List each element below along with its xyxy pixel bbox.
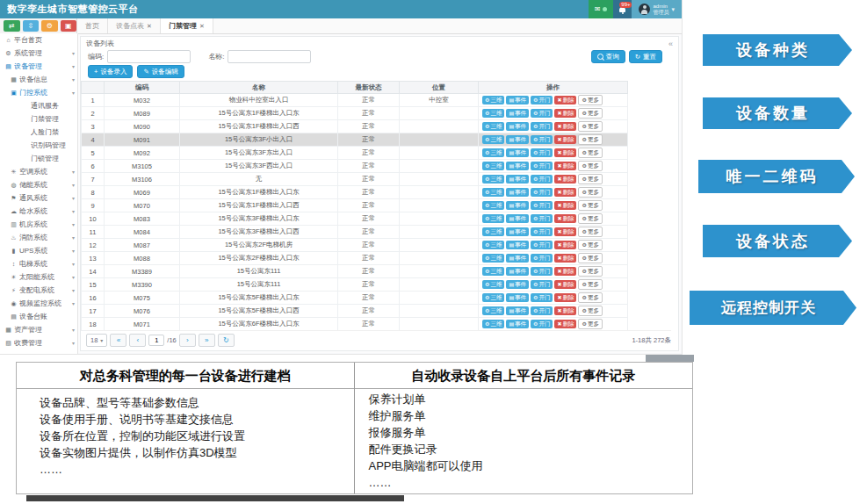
open-door-button[interactable]: ⚙开门 xyxy=(531,306,553,315)
more-button[interactable]: ⚙更多 xyxy=(578,187,602,198)
table-row[interactable]: 2M08915号公寓东1F楼梯出入口东正常⚙三维▤事件⚙开门✖删除⚙更多 xyxy=(82,107,628,120)
3d-view-button[interactable]: ⚙三维 xyxy=(482,188,504,197)
page-size-select[interactable]: 18 ▾ xyxy=(86,334,107,347)
more-button[interactable]: ⚙更多 xyxy=(578,174,602,184)
sidebar-item[interactable]: ☁给水系统▾ xyxy=(0,205,77,218)
table-row[interactable]: 16M07515号公寓东5F楼梯出入口东正常⚙三维▤事件⚙开门✖删除⚙更多 xyxy=(82,292,628,305)
delete-button[interactable]: ✖删除 xyxy=(554,122,576,131)
sidebar-item[interactable]: ▤设备管理▾ xyxy=(0,60,77,73)
sidebar-item[interactable]: 通讯服务 xyxy=(0,99,77,112)
sidebar-item[interactable]: ⌂平台首页 xyxy=(0,33,77,47)
open-door-button[interactable]: ⚙开门 xyxy=(531,162,553,170)
3d-view-button[interactable]: ⚙三维 xyxy=(482,320,504,328)
more-button[interactable]: ⚙更多 xyxy=(578,306,602,316)
table-row[interactable]: 4M09115号公寓东3F小出入口正常⚙三维▤事件⚙开门✖删除⚙更多 xyxy=(82,133,628,147)
event-button[interactable]: ▤事件 xyxy=(506,109,529,118)
tab-门禁管理[interactable]: 门禁管理✕ xyxy=(161,18,213,33)
open-door-button[interactable]: ⚙开门 xyxy=(531,135,553,144)
tab-设备点表[interactable]: 设备点表✕ xyxy=(108,18,161,33)
more-button[interactable]: ⚙更多 xyxy=(578,121,602,132)
sidebar-item[interactable]: ⚙系统管理▾ xyxy=(0,47,77,60)
event-button[interactable]: ▤事件 xyxy=(506,175,529,184)
sidebar-item[interactable]: 识别码管理 xyxy=(0,139,77,152)
horizontal-scrollbar[interactable] xyxy=(26,495,404,501)
3d-view-button[interactable]: ⚙三维 xyxy=(482,148,504,157)
3d-view-button[interactable]: ⚙三维 xyxy=(482,227,504,236)
delete-button[interactable]: ✖删除 xyxy=(554,135,576,144)
3d-view-button[interactable]: ⚙三维 xyxy=(482,214,504,223)
layout-toggle-button[interactable]: ⇄ xyxy=(4,20,20,32)
event-button[interactable]: ▤事件 xyxy=(506,188,529,197)
sidebar-item[interactable]: ▦资产管理▾ xyxy=(0,323,77,336)
sidebar-item[interactable]: ☀太阳能系统▾ xyxy=(0,270,77,284)
table-row[interactable]: 6M310515号公寓东3F西出入口正常⚙三维▤事件⚙开门✖删除⚙更多 xyxy=(82,160,628,173)
event-button[interactable]: ▤事件 xyxy=(506,201,529,210)
notifications-button[interactable]: 99+ xyxy=(613,0,632,18)
first-page-button[interactable]: « xyxy=(110,334,126,347)
delete-button[interactable]: ✖删除 xyxy=(554,306,576,315)
table-row[interactable]: 9M07015号公寓东1F楼梯出入口西正常⚙三维▤事件⚙开门✖删除⚙更多 xyxy=(82,199,628,212)
delete-button[interactable]: ✖删除 xyxy=(554,227,576,236)
sidebar-item[interactable]: ♨消防系统▾ xyxy=(0,231,77,244)
table-row[interactable]: 12M08715号公寓东2F电梯机房正常⚙三维▤事件⚙开门✖删除⚙更多 xyxy=(82,239,628,252)
3d-view-button[interactable]: ⚙三维 xyxy=(482,254,504,263)
more-button[interactable]: ⚙更多 xyxy=(578,240,602,250)
3d-view-button[interactable]: ⚙三维 xyxy=(482,122,504,131)
sidebar-item[interactable]: ⚡变配电系统▾ xyxy=(0,284,77,297)
3d-view-button[interactable]: ⚙三维 xyxy=(482,175,504,184)
event-button[interactable]: ▤事件 xyxy=(506,306,529,315)
edit-device-button[interactable]: ✎ 设备编辑 xyxy=(137,65,184,78)
sidebar-item[interactable]: ▧收费管理▾ xyxy=(0,336,77,349)
3d-view-button[interactable]: ⚙三维 xyxy=(482,109,504,118)
reset-button[interactable]: ↻ 重置 xyxy=(629,50,662,63)
monitor-button[interactable]: ▣ xyxy=(61,20,77,32)
open-door-button[interactable]: ⚙开门 xyxy=(531,320,553,328)
3d-view-button[interactable]: ⚙三维 xyxy=(482,201,504,210)
event-button[interactable]: ▤事件 xyxy=(506,227,529,236)
delete-button[interactable]: ✖删除 xyxy=(554,148,576,157)
more-button[interactable]: ⚙更多 xyxy=(578,292,602,303)
delete-button[interactable]: ✖删除 xyxy=(554,293,576,302)
more-button[interactable]: ⚙更多 xyxy=(578,108,602,119)
open-door-button[interactable]: ⚙开门 xyxy=(531,122,553,131)
delete-button[interactable]: ✖删除 xyxy=(554,175,576,184)
3d-view-button[interactable]: ⚙三维 xyxy=(482,241,504,249)
table-row[interactable]: 14M338915号公寓东111正常⚙三维▤事件⚙开门✖删除⚙更多 xyxy=(82,265,628,278)
3d-view-button[interactable]: ⚙三维 xyxy=(482,280,504,289)
last-page-button[interactable]: » xyxy=(199,334,215,347)
table-row[interactable]: 10M08315号公寓东3F楼梯出入口东正常⚙三维▤事件⚙开门✖删除⚙更多 xyxy=(82,212,628,226)
open-door-button[interactable]: ⚙开门 xyxy=(531,214,553,223)
table-row[interactable]: 8M06915号公寓东1F楼梯出入口东正常⚙三维▤事件⚙开门✖删除⚙更多 xyxy=(82,186,628,199)
table-row[interactable]: 13M08815号公寓东2F楼梯出入口东正常⚙三维▤事件⚙开门✖删除⚙更多 xyxy=(82,252,628,265)
name-input[interactable] xyxy=(228,50,311,63)
prev-page-button[interactable]: ‹ xyxy=(129,334,146,347)
table-row[interactable]: 15M339015号公寓东111正常⚙三维▤事件⚙开门✖删除⚙更多 xyxy=(82,278,628,292)
more-button[interactable]: ⚙更多 xyxy=(578,319,602,329)
delete-button[interactable]: ✖删除 xyxy=(554,188,576,197)
open-door-button[interactable]: ⚙开门 xyxy=(531,148,553,157)
3d-view-button[interactable]: ⚙三维 xyxy=(482,267,504,276)
event-button[interactable]: ▤事件 xyxy=(506,254,529,263)
more-button[interactable]: ⚙更多 xyxy=(578,200,602,211)
more-button[interactable]: ⚙更多 xyxy=(578,266,602,277)
event-button[interactable]: ▤事件 xyxy=(506,96,529,104)
settings-button[interactable]: ⚙ xyxy=(41,20,58,32)
search-button[interactable]: 查询 xyxy=(591,50,625,63)
delete-button[interactable]: ✖删除 xyxy=(554,254,576,263)
sidebar-item[interactable]: 门禁管理 xyxy=(0,112,77,126)
delete-button[interactable]: ✖删除 xyxy=(554,241,576,249)
event-button[interactable]: ▤事件 xyxy=(506,135,529,144)
3d-view-button[interactable]: ⚙三维 xyxy=(482,96,504,104)
event-button[interactable]: ▤事件 xyxy=(506,320,529,328)
code-input[interactable] xyxy=(107,50,191,63)
delete-button[interactable]: ✖删除 xyxy=(554,162,576,170)
messages-button[interactable]: ✉ xyxy=(589,0,614,18)
more-button[interactable]: ⚙更多 xyxy=(578,213,602,224)
sidebar-item[interactable]: ▥机房系统▾ xyxy=(0,218,77,231)
sidebar-item[interactable]: ◍储能系统▾ xyxy=(0,178,77,191)
table-row[interactable]: 17M07615号公寓东5F楼梯出入口西正常⚙三维▤事件⚙开门✖删除⚙更多 xyxy=(82,305,628,318)
event-button[interactable]: ▤事件 xyxy=(506,162,529,170)
delete-button[interactable]: ✖删除 xyxy=(554,267,576,276)
3d-view-button[interactable]: ⚙三维 xyxy=(482,306,504,315)
3d-view-button[interactable]: ⚙三维 xyxy=(482,135,504,144)
